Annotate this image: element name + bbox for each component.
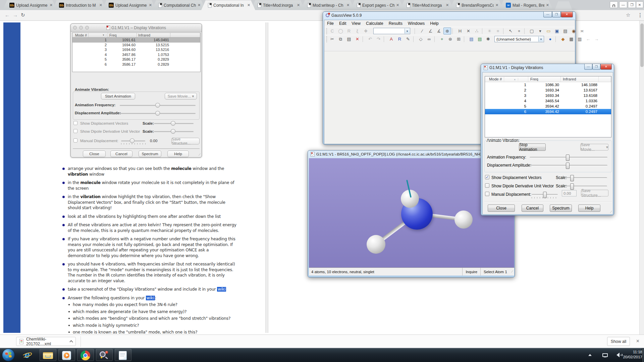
close-button[interactable]: ✕	[600, 64, 612, 70]
dialog-button[interactable]: Spectrum	[550, 204, 572, 212]
mac-table-row[interactable]: 4 3457.86 1.0753	[72, 52, 200, 57]
fragment-combo[interactable]: ▾	[373, 28, 410, 34]
symmetrize-icon[interactable]: ✳	[486, 27, 493, 35]
toolbar-grip[interactable]	[326, 36, 327, 42]
maximize-button[interactable]: ❐	[552, 12, 561, 17]
slider-thumb[interactable]	[171, 129, 175, 134]
taskbar-gaussview-icon[interactable]	[96, 349, 113, 361]
scheme-combo[interactable]: (Unnamed Scheme)▾	[494, 36, 544, 42]
save-movie-button[interactable]: Save Movie... ▾	[580, 144, 608, 150]
vectors-scale-slider[interactable]	[565, 177, 607, 179]
mac-dipole-scale-slider[interactable]	[154, 131, 194, 132]
window-close-button[interactable]: ✕	[636, 1, 643, 8]
taskbar-clock[interactable]: 11:18 20/02/2017	[619, 350, 642, 360]
browser-tab[interactable]: Computational Ch ✕	[152, 0, 206, 10]
new-tab-button[interactable]	[555, 1, 572, 10]
network-icon[interactable]	[602, 348, 606, 362]
minimize-button[interactable]: —	[543, 12, 552, 17]
resize-grip[interactable]: ⟋	[610, 210, 612, 214]
browser-tab[interactable]: Mod:writeup - Ch ✕	[301, 0, 355, 10]
tab-close-icon[interactable]: ✕	[50, 3, 53, 7]
mac-dialog-button[interactable]: Cancel	[110, 150, 132, 157]
resize-grip[interactable]: ⟋	[510, 270, 514, 274]
mac-table-row[interactable]: 2 1694.60 13.5215	[72, 43, 200, 48]
tab-close-icon[interactable]: ✕	[396, 3, 399, 7]
show-all-downloads-button[interactable]: Show all	[607, 337, 630, 346]
new-dropdown-icon[interactable]: ▾	[536, 27, 544, 35]
dialog-button[interactable]: Help	[578, 204, 600, 212]
menu-item[interactable]: View	[349, 21, 363, 26]
dialog-button[interactable]: Close	[488, 204, 515, 212]
show-desktop-button[interactable]	[642, 348, 644, 362]
vibration-row[interactable]: 4 3465.54 1.0336	[485, 98, 611, 104]
tab-close-icon[interactable]: ✕	[495, 3, 498, 7]
manual-displacement-checkbox[interactable]	[485, 192, 489, 196]
animation-frequency-slider[interactable]	[530, 157, 607, 158]
tab-close-icon[interactable]: ✕	[446, 3, 449, 7]
slider-thumb[interactable]	[566, 163, 570, 169]
undo-icon[interactable]: ↶	[366, 36, 374, 43]
slider-thumb[interactable]	[570, 183, 574, 190]
scrollbar-thumb[interactable]	[640, 23, 644, 67]
align-icon[interactable]: ≡	[494, 27, 502, 35]
menu-item[interactable]: Calculate	[363, 21, 386, 26]
bond-tool-icon[interactable]: ∕	[418, 27, 426, 35]
mac-dialog-button[interactable]: Spectrum	[139, 150, 161, 157]
stop-animation-button[interactable]: Stop Animation	[519, 143, 546, 151]
custom-fragment-icon[interactable]: ❖	[362, 27, 370, 35]
builder-atom-icon[interactable]: ⊕	[443, 27, 451, 35]
group-modify-icon[interactable]: ∞	[425, 36, 433, 43]
browser-menu-icon[interactable]: ⋮	[638, 12, 643, 18]
menu-item[interactable]: Help	[427, 21, 441, 26]
vibration-row[interactable]: 2 1693.34 13.6167	[485, 87, 611, 93]
back-icon[interactable]: ←	[5, 12, 10, 18]
show-dipole-checkbox[interactable]	[485, 183, 489, 188]
symmetry-icon[interactable]: ⊛	[446, 36, 454, 43]
tab-close-icon[interactable]: ✕	[346, 3, 350, 7]
menu-item[interactable]: File	[324, 21, 336, 26]
mac-displacement-amplitude-slider[interactable]	[120, 113, 196, 114]
status-cell[interactable]: Select Atom 1	[480, 268, 510, 276]
mac-dialog-button[interactable]: Close	[83, 150, 106, 157]
tab-close-icon[interactable]: ✕	[149, 3, 152, 7]
start-button[interactable]	[2, 349, 15, 361]
minimize-button[interactable]: —	[584, 64, 592, 70]
mac-dialog-button[interactable]: Help	[167, 150, 189, 157]
ring-fragment-icon[interactable]: ◯	[337, 27, 344, 35]
print-icon[interactable]: ▤	[561, 27, 569, 35]
profile-icon[interactable]	[610, 1, 618, 8]
mac-manual-displacement-checkbox[interactable]	[73, 138, 77, 142]
open-file-icon[interactable]: ▭	[545, 27, 552, 35]
copy-icon[interactable]: ⧉	[337, 36, 344, 43]
next-icon[interactable]: →	[593, 36, 600, 43]
tab-close-icon[interactable]: ✕	[99, 3, 102, 7]
window-restore-button[interactable]: ❐	[628, 1, 636, 8]
maximize-button[interactable]: ❐	[592, 64, 600, 70]
taskbar-internet-explorer-icon[interactable]: e	[21, 350, 34, 360]
taskbar-chrome-icon[interactable]	[77, 349, 94, 361]
mac-vectors-scale-slider[interactable]	[154, 123, 194, 124]
forward-icon[interactable]: →	[13, 12, 18, 18]
window-minimize-button[interactable]: —	[619, 1, 627, 8]
browser-tab[interactable]: Title=Mod:inorga ✕	[400, 0, 454, 10]
menu-item[interactable]: Windows	[405, 21, 427, 26]
show-vectors-checkbox[interactable]: ✓	[485, 175, 489, 179]
gem-icon[interactable]: ◆	[559, 36, 567, 43]
frame-scrollbar[interactable]	[265, 22, 268, 333]
status-cell[interactable]: Inquire	[462, 268, 480, 276]
slider-thumb[interactable]	[566, 155, 570, 161]
mac-table-row[interactable]: 1 1091.61 145.0491	[72, 38, 200, 43]
delete-atom-icon[interactable]: ✕	[465, 27, 472, 35]
gaussview-title-bar[interactable]: GaussView 5.0.9	[323, 12, 576, 19]
layout-columns-icon[interactable]: ▥	[576, 36, 584, 43]
mac-animation-frequency-slider[interactable]	[120, 105, 196, 106]
scheme-gear-icon[interactable]: ✱	[484, 36, 492, 43]
menu-item[interactable]: Edit	[336, 21, 349, 26]
slider-thumb[interactable]	[171, 121, 175, 126]
slider-thumb[interactable]	[130, 138, 135, 143]
add-group-icon[interactable]: +	[438, 36, 446, 43]
browser-tab[interactable]: Computational In ✕	[201, 0, 255, 10]
bond-modify-icon[interactable]: ◇	[417, 36, 425, 43]
tab-close-icon[interactable]: ✕	[247, 3, 250, 7]
mac-save-structure-button[interactable]: Save Structure...	[171, 138, 200, 144]
